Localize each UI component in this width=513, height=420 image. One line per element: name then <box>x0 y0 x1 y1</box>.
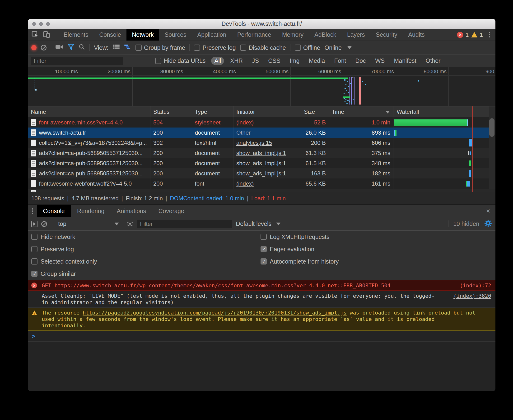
main-tab[interactable]: Memory <box>277 29 309 41</box>
drawer-menu-icon[interactable] <box>28 205 37 217</box>
console-empty-area[interactable] <box>28 342 496 388</box>
waterfall-bar <box>469 139 472 146</box>
warning-url-link[interactable]: https://pagead2.googlesyndication.com/pa… <box>83 310 347 316</box>
setting-checkbox[interactable] <box>261 258 267 264</box>
resource-type-filter[interactable]: WS <box>372 57 388 65</box>
console-filter-input[interactable] <box>137 220 232 228</box>
drawer-tab[interactable]: Coverage <box>152 205 190 217</box>
clear-console-icon[interactable] <box>41 221 47 227</box>
main-tab[interactable]: Sources <box>159 29 192 41</box>
setting-checkbox[interactable] <box>31 234 38 240</box>
inspect-element-icon[interactable] <box>31 30 39 39</box>
drawer-tab[interactable]: Console <box>37 205 71 217</box>
initiator-link[interactable]: show_ads_impl.js:1 <box>236 170 286 177</box>
zoom-window-button[interactable] <box>46 22 50 26</box>
setting-checkbox[interactable] <box>261 234 267 240</box>
drawer-tab[interactable]: Animations <box>111 205 152 217</box>
close-window-button[interactable] <box>32 22 36 26</box>
console-setting: Log XMLHttpRequests <box>261 231 339 243</box>
column-header-waterfall[interactable]: Waterfall <box>393 106 489 117</box>
resource-type-filter[interactable]: JS <box>249 57 262 65</box>
initiator-link[interactable]: (index) <box>236 119 254 126</box>
resource-type-filter[interactable]: Other <box>423 57 444 65</box>
main-tab[interactable]: Console <box>94 29 126 41</box>
main-tab[interactable]: Elements <box>58 29 94 41</box>
warning-count-icon[interactable]: ! <box>471 32 477 38</box>
column-header-time[interactable]: Time <box>329 106 393 117</box>
console-settings-gear-icon[interactable] <box>484 219 492 229</box>
network-request-row[interactable]: ads?client=ca-pub-5689505537125030... 20… <box>28 168 496 179</box>
resource-type-filter[interactable]: XHR <box>227 57 246 65</box>
drawer-tab[interactable]: Rendering <box>71 205 111 217</box>
network-overview[interactable]: 10000 ms20000 ms30000 ms40000 ms50000 ms… <box>28 67 496 106</box>
disable-cache-checkbox[interactable] <box>240 45 246 51</box>
network-request-row[interactable]: ads?client=ca-pub-5689505537125030... 20… <box>28 158 496 168</box>
live-expression-eye-icon[interactable] <box>127 222 133 226</box>
device-toolbar-icon[interactable] <box>43 30 50 39</box>
main-tab[interactable]: Audits <box>403 29 430 41</box>
show-overview-icon[interactable] <box>124 44 131 52</box>
initiator-link[interactable]: show_ads_impl.js:1 <box>236 160 286 167</box>
offline-checkbox[interactable] <box>295 45 301 51</box>
error-source-link[interactable]: (index):72 <box>460 283 491 288</box>
network-request-row[interactable]: font-awesome.min.css?ver=4.4.0 504 style… <box>28 117 496 128</box>
resource-type-filter[interactable]: Font <box>331 57 349 65</box>
setting-checkbox[interactable] <box>31 271 38 277</box>
clear-network-log-icon[interactable] <box>41 45 47 51</box>
scrollbar-track[interactable] <box>489 106 496 117</box>
network-request-row[interactable]: ads?client=ca-pub-5689505537125030... 20… <box>28 148 496 158</box>
column-header-initiator[interactable]: Initiator <box>233 106 301 117</box>
network-request-row[interactable]: fontawesome-webfont.woff2?v=4.5.0 200 fo… <box>28 179 496 189</box>
devtools-menu-icon[interactable] <box>487 32 492 38</box>
column-header-status[interactable]: Status <box>150 106 192 117</box>
column-header-size[interactable]: Size <box>301 106 329 117</box>
filter-funnel-icon[interactable] <box>68 44 74 52</box>
network-request-row[interactable]: www.switch-actu.fr 200 document Other 26… <box>28 128 496 138</box>
record-network-log-button[interactable] <box>31 45 37 50</box>
setting-checkbox[interactable] <box>261 246 267 252</box>
large-rows-icon[interactable] <box>113 44 120 52</box>
main-tab[interactable]: Layers <box>342 29 370 41</box>
resource-type-filter[interactable]: Img <box>287 57 303 65</box>
preserve-log-checkbox[interactable] <box>194 45 200 51</box>
scrollbar-thumb[interactable] <box>489 118 495 137</box>
main-tab[interactable]: Security <box>370 29 403 41</box>
log-levels-select[interactable]: Default levels <box>236 220 280 227</box>
initiator-link[interactable]: Other <box>236 129 251 136</box>
log-source-link[interactable]: (index):3820 <box>453 293 491 299</box>
execution-context-select[interactable]: top <box>55 220 119 227</box>
initiator-link[interactable]: analytics.js:15 <box>236 140 272 146</box>
search-icon[interactable] <box>78 44 85 52</box>
error-url-link[interactable]: https://www.switch-actu.fr/wp-content/th… <box>54 283 325 288</box>
console-sidebar-icon[interactable] <box>31 221 38 227</box>
network-filter-input[interactable] <box>31 57 123 65</box>
main-tab[interactable]: AdBlock <box>309 29 342 41</box>
group-by-frame-checkbox[interactable] <box>135 45 142 51</box>
resource-type-filter[interactable]: Manifest <box>391 57 419 65</box>
warning-icon: ! <box>32 310 37 315</box>
column-header-type[interactable]: Type <box>192 106 233 117</box>
setting-label: Group similar <box>41 270 76 277</box>
resource-type-filter[interactable]: Media <box>306 57 328 65</box>
main-tab[interactable]: Application <box>192 29 232 41</box>
setting-checkbox[interactable] <box>31 246 38 252</box>
initiator-link[interactable]: (index) <box>236 180 254 187</box>
error-count-icon[interactable]: × <box>457 32 463 38</box>
network-request-row[interactable]: collect?v=1&_v=j73&a=1875302248&t=p... 3… <box>28 138 496 148</box>
throttling-select[interactable]: Online <box>325 44 352 51</box>
column-header-name[interactable]: Name <box>28 106 150 117</box>
chevron-down-icon <box>115 223 119 225</box>
resource-type-filter[interactable]: Doc <box>352 57 369 65</box>
console-prompt[interactable]: > <box>28 331 496 342</box>
resource-type-filter[interactable]: CSS <box>265 57 283 65</box>
initiator-link[interactable]: show_ads_impl.js:1 <box>236 150 286 157</box>
capture-screenshots-icon[interactable] <box>55 44 63 51</box>
close-drawer-icon[interactable]: × <box>481 205 496 217</box>
setting-checkbox[interactable] <box>31 258 38 264</box>
hide-data-urls-checkbox[interactable] <box>155 58 161 64</box>
main-tab[interactable]: Performance <box>232 29 277 41</box>
main-tab[interactable]: Network <box>126 29 159 41</box>
setting-label: Log XMLHttpRequests <box>270 233 330 240</box>
resource-type-filter[interactable]: All <box>211 57 224 65</box>
minimize-window-button[interactable] <box>39 22 43 26</box>
